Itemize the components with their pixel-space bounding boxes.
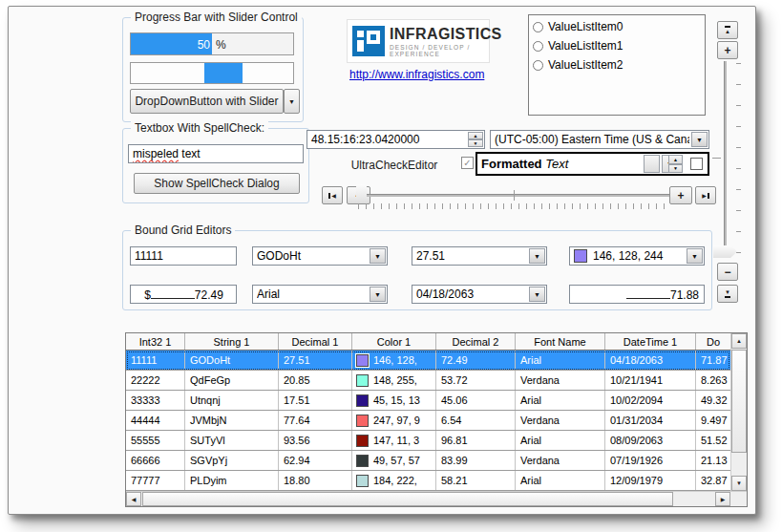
cell: 66666 — [126, 451, 185, 470]
grid-horizontal-scrollbar[interactable]: ◀ ▶ — [126, 491, 747, 506]
cell: Utnqnj — [185, 391, 279, 410]
desktop: Progress Bar with Slider Control 50 % Dr… — [0, 0, 782, 532]
infragistics-logo-icon — [352, 26, 385, 56]
editor-blank-button[interactable] — [644, 155, 660, 173]
decimal-value: 27.51 — [416, 249, 527, 263]
group-title: Progress Bar with Slider Control — [131, 11, 302, 24]
slider-thumb[interactable] — [204, 63, 243, 83]
chevron-down-icon[interactable]: ▼ — [529, 287, 545, 302]
editor-spinner[interactable]: ▲ ▼ — [668, 155, 683, 173]
string-combo[interactable]: GODoHt ▼ — [252, 246, 388, 266]
progress-slider[interactable] — [130, 62, 294, 84]
scroll-left-button[interactable]: ◀ — [126, 492, 141, 506]
arrow-down-bar-icon: ▼ — [725, 289, 730, 298]
cell: 77777 — [126, 471, 185, 490]
radio-valuelistitem0[interactable]: ValueListItem0 — [529, 15, 705, 34]
formatted-text-editor[interactable]: Formatted Text ▼ ▲ ▼ — [476, 152, 709, 176]
spin-down-icon[interactable]: ▼ — [668, 164, 683, 174]
column-header[interactable]: Int32 1 — [126, 333, 185, 350]
int32-editor[interactable]: 11111 — [130, 246, 237, 266]
table-row[interactable]: 44444 JVMbjN 77.64 247, 97, 9 6.54 Verda… — [126, 411, 730, 431]
cell: Verdana — [516, 411, 605, 430]
timespan-editor[interactable]: 48.15:16:23.0420000 ▲ ▼ — [306, 130, 485, 149]
cell: 93.56 — [279, 431, 352, 450]
hslider-increment-button[interactable]: + — [669, 186, 692, 204]
app-window: Progress Bar with Slider Control 50 % Dr… — [8, 6, 756, 515]
vslider-increment-button[interactable]: + — [717, 41, 738, 59]
radio-valuelistitem1[interactable]: ValueListItem1 — [529, 34, 705, 53]
radio-label: ValueListItem2 — [548, 58, 623, 72]
chevron-down-icon[interactable]: ▼ — [687, 248, 703, 264]
column-header[interactable]: DateTime 1 — [605, 333, 696, 350]
cell: 8.263 — [696, 371, 730, 390]
currency-editor[interactable]: $72.49 — [130, 285, 237, 304]
spin-down-icon[interactable]: ▼ — [468, 139, 483, 147]
vslider-to-min-button[interactable]: ▼ — [717, 285, 738, 303]
date-combo[interactable]: 04/18/2063 ▼ — [412, 285, 547, 304]
cell-text: 45, 15, 13 — [373, 394, 420, 406]
ultracheckeditor-checkbox[interactable]: ✓ — [461, 157, 474, 169]
cell-text: 146, 128, — [373, 354, 417, 366]
chevron-down-icon[interactable]: ▼ — [370, 287, 386, 302]
cell: 11111 — [126, 351, 185, 370]
data-grid: Int32 1 String 1 Decimal 1 Color 1 Decim… — [125, 332, 748, 507]
radio-icon[interactable] — [533, 22, 543, 32]
scroll-right-button[interactable]: ▶ — [715, 492, 730, 506]
font-combo[interactable]: Arial ▼ — [252, 285, 388, 304]
timezone-combo[interactable]: (UTC-05:00) Eastern Time (US & Canada) ▼ — [490, 130, 709, 149]
spin-up-icon[interactable]: ▲ — [668, 155, 683, 164]
cell-text: 184, 222, — [373, 475, 417, 486]
scroll-down-button[interactable]: ▼ — [731, 476, 747, 491]
infragistics-link[interactable]: http://www.infragistics.com — [349, 68, 484, 81]
chevron-down-icon: ▼ — [288, 98, 295, 105]
scroll-up-button[interactable]: ▲ — [731, 333, 747, 349]
arrow-left-icon: ◀ — [132, 496, 137, 502]
vslider-to-max-button[interactable]: ▲ — [717, 21, 738, 39]
column-header[interactable]: Decimal 2 — [436, 333, 516, 350]
grid-vertical-scrollbar[interactable]: ▲ ▼ — [730, 333, 747, 491]
column-header[interactable]: Font Name — [516, 333, 605, 350]
vslider-tick-marks — [736, 63, 741, 254]
show-spellcheck-dialog-button[interactable]: Show SpellCheck Dialog — [134, 173, 300, 194]
color-combo[interactable]: 146, 128, 244 ▼ — [569, 246, 705, 266]
double-editor[interactable]: 71.88 — [569, 285, 705, 304]
timespan-value: 48.15:16:23.0420000 — [311, 133, 419, 146]
column-header[interactable]: Decimal 1 — [279, 333, 352, 350]
group-title: Textbox With SpellCheck: — [131, 121, 268, 135]
column-header[interactable]: Do — [696, 333, 730, 350]
radio-icon[interactable] — [533, 60, 543, 71]
chevron-down-icon[interactable]: ▼ — [529, 248, 545, 264]
chevron-down-icon[interactable]: ▼ — [691, 132, 708, 147]
table-row-selected[interactable]: 11111 GODoHt 27.51 146, 128, 72.49 Arial… — [126, 351, 730, 371]
dropdown-button-with-slider[interactable]: DropDownButton with Slider — [130, 89, 284, 114]
cell: Verdana — [516, 451, 605, 470]
table-row[interactable]: 55555 SUTyVl 93.56 147, 11, 3 96.81 Aria… — [126, 431, 730, 451]
vscroll-thumb[interactable] — [731, 350, 747, 453]
spin-up-icon[interactable]: ▲ — [468, 132, 483, 139]
chevron-down-icon[interactable]: ▼ — [370, 248, 386, 264]
radio-valuelistitem2[interactable]: ValueListItem2 — [529, 53, 705, 73]
decimal-combo[interactable]: 27.51 ▼ — [412, 246, 547, 266]
vslider-track[interactable] — [724, 61, 727, 253]
hscroll-thumb[interactable] — [142, 492, 673, 506]
cell: 33333 — [126, 391, 185, 410]
editor-checkbox[interactable] — [690, 158, 703, 170]
radio-icon[interactable] — [533, 41, 543, 52]
dropdown-button-arrow[interactable]: ▼ — [284, 89, 300, 114]
timespan-spinner[interactable]: ▲ ▼ — [468, 132, 483, 147]
cell-color: 146, 128, — [352, 351, 436, 370]
table-row[interactable]: 33333 Utnqnj 17.51 45, 15, 13 45.06 Aria… — [126, 391, 730, 411]
table-row[interactable]: 77777 PLDyim 18.80 184, 222, 58.21 Arial… — [126, 471, 730, 491]
vslider-decrement-button[interactable]: − — [717, 263, 738, 281]
table-row[interactable]: 66666 SGVpYj 62.94 49, 57, 57 83.99 Verd… — [126, 451, 730, 471]
vslider-thumb[interactable] — [713, 245, 737, 258]
table-row[interactable]: 22222 QdFeGp 20.85 148, 255, 53.72 Verda… — [126, 371, 730, 391]
hslider-to-max-button[interactable]: ▶ — [695, 186, 716, 204]
column-header[interactable]: Color 1 — [352, 333, 436, 350]
column-header[interactable]: String 1 — [185, 333, 279, 350]
cell: 71.87 — [696, 351, 730, 370]
ultracheckeditor-label: UltraCheckEditor — [338, 159, 451, 172]
plus-icon: + — [677, 190, 684, 202]
hslider-to-min-button[interactable]: ◀ — [322, 186, 343, 204]
spellcheck-input[interactable]: mispeled text — [128, 144, 304, 163]
